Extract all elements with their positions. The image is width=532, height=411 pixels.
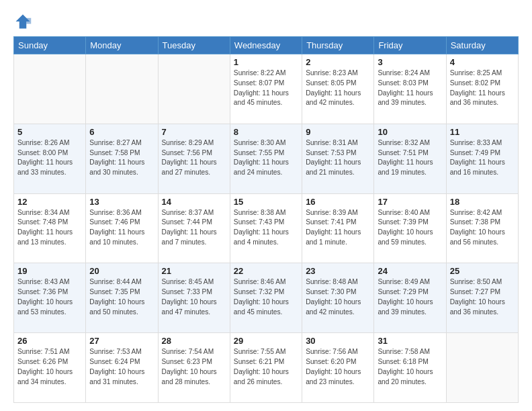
day-info: Sunrise: 8:44 AM Sunset: 7:35 PM Dayligh… bbox=[89, 277, 154, 317]
day-cell: 2Sunrise: 8:23 AM Sunset: 8:05 PM Daylig… bbox=[302, 54, 374, 124]
weekday-saturday: Saturday bbox=[446, 37, 518, 54]
day-number: 10 bbox=[378, 127, 442, 137]
day-number: 14 bbox=[162, 197, 226, 207]
logo-icon bbox=[13, 12, 32, 31]
day-cell: 7Sunrise: 8:29 AM Sunset: 7:56 PM Daylig… bbox=[158, 124, 230, 193]
day-info: Sunrise: 7:51 AM Sunset: 6:26 PM Dayligh… bbox=[17, 347, 82, 387]
day-number: 26 bbox=[17, 336, 82, 346]
day-info: Sunrise: 8:24 AM Sunset: 8:03 PM Dayligh… bbox=[378, 68, 442, 108]
day-cell: 28Sunrise: 7:54 AM Sunset: 6:23 PM Dayli… bbox=[158, 333, 230, 403]
day-cell: 12Sunrise: 8:34 AM Sunset: 7:48 PM Dayli… bbox=[14, 193, 86, 263]
day-number: 6 bbox=[89, 127, 154, 137]
day-cell: 30Sunrise: 7:56 AM Sunset: 6:20 PM Dayli… bbox=[302, 333, 374, 403]
day-cell: 22Sunrise: 8:46 AM Sunset: 7:32 PM Dayli… bbox=[230, 263, 302, 333]
day-info: Sunrise: 8:32 AM Sunset: 7:51 PM Dayligh… bbox=[378, 138, 442, 178]
week-row-4: 26Sunrise: 7:51 AM Sunset: 6:26 PM Dayli… bbox=[14, 333, 519, 403]
day-cell: 4Sunrise: 8:25 AM Sunset: 8:02 PM Daylig… bbox=[446, 54, 518, 124]
logo bbox=[13, 12, 35, 31]
day-info: Sunrise: 8:37 AM Sunset: 7:44 PM Dayligh… bbox=[162, 208, 226, 248]
day-number: 16 bbox=[306, 197, 370, 207]
day-number: 25 bbox=[450, 266, 515, 276]
day-number: 13 bbox=[89, 197, 154, 207]
day-info: Sunrise: 7:55 AM Sunset: 6:21 PM Dayligh… bbox=[234, 347, 298, 387]
day-number: 8 bbox=[234, 127, 298, 137]
day-info: Sunrise: 8:45 AM Sunset: 7:33 PM Dayligh… bbox=[162, 277, 226, 317]
day-info: Sunrise: 8:26 AM Sunset: 8:00 PM Dayligh… bbox=[17, 138, 82, 178]
day-number: 27 bbox=[89, 336, 154, 346]
day-cell: 27Sunrise: 7:53 AM Sunset: 6:24 PM Dayli… bbox=[86, 333, 158, 403]
day-cell: 26Sunrise: 7:51 AM Sunset: 6:26 PM Dayli… bbox=[14, 333, 86, 403]
day-info: Sunrise: 8:43 AM Sunset: 7:36 PM Dayligh… bbox=[17, 277, 82, 317]
weekday-monday: Monday bbox=[86, 37, 158, 54]
day-number: 29 bbox=[234, 336, 298, 346]
day-info: Sunrise: 8:46 AM Sunset: 7:32 PM Dayligh… bbox=[234, 277, 298, 317]
weekday-sunday: Sunday bbox=[14, 37, 86, 54]
day-cell bbox=[158, 54, 230, 124]
day-cell: 23Sunrise: 8:48 AM Sunset: 7:30 PM Dayli… bbox=[302, 263, 374, 333]
day-info: Sunrise: 8:25 AM Sunset: 8:02 PM Dayligh… bbox=[450, 68, 515, 108]
day-cell: 20Sunrise: 8:44 AM Sunset: 7:35 PM Dayli… bbox=[86, 263, 158, 333]
day-cell: 3Sunrise: 8:24 AM Sunset: 8:03 PM Daylig… bbox=[374, 54, 446, 124]
weekday-friday: Friday bbox=[374, 37, 446, 54]
day-info: Sunrise: 8:27 AM Sunset: 7:58 PM Dayligh… bbox=[89, 138, 154, 178]
day-info: Sunrise: 7:53 AM Sunset: 6:24 PM Dayligh… bbox=[89, 347, 154, 387]
day-number: 23 bbox=[306, 266, 370, 276]
day-number: 9 bbox=[306, 127, 370, 137]
page: SundayMondayTuesdayWednesdayThursdayFrid… bbox=[0, 0, 532, 411]
day-number: 5 bbox=[17, 127, 82, 137]
week-row-2: 12Sunrise: 8:34 AM Sunset: 7:48 PM Dayli… bbox=[14, 193, 519, 263]
day-info: Sunrise: 8:30 AM Sunset: 7:55 PM Dayligh… bbox=[234, 138, 298, 178]
day-info: Sunrise: 8:29 AM Sunset: 7:56 PM Dayligh… bbox=[162, 138, 226, 178]
day-cell bbox=[446, 333, 518, 403]
day-cell: 16Sunrise: 8:39 AM Sunset: 7:41 PM Dayli… bbox=[302, 193, 374, 263]
day-cell: 6Sunrise: 8:27 AM Sunset: 7:58 PM Daylig… bbox=[86, 124, 158, 193]
day-cell: 8Sunrise: 8:30 AM Sunset: 7:55 PM Daylig… bbox=[230, 124, 302, 193]
day-info: Sunrise: 7:58 AM Sunset: 6:18 PM Dayligh… bbox=[378, 347, 442, 387]
day-info: Sunrise: 8:33 AM Sunset: 7:49 PM Dayligh… bbox=[450, 138, 515, 178]
day-cell: 5Sunrise: 8:26 AM Sunset: 8:00 PM Daylig… bbox=[14, 124, 86, 193]
week-row-0: 1Sunrise: 8:22 AM Sunset: 8:07 PM Daylig… bbox=[14, 54, 519, 124]
day-info: Sunrise: 8:23 AM Sunset: 8:05 PM Dayligh… bbox=[306, 68, 370, 108]
day-number: 11 bbox=[450, 127, 515, 137]
day-info: Sunrise: 8:50 AM Sunset: 7:27 PM Dayligh… bbox=[450, 277, 515, 317]
day-cell: 21Sunrise: 8:45 AM Sunset: 7:33 PM Dayli… bbox=[158, 263, 230, 333]
day-number: 20 bbox=[89, 266, 154, 276]
day-number: 19 bbox=[17, 266, 82, 276]
day-info: Sunrise: 8:48 AM Sunset: 7:30 PM Dayligh… bbox=[306, 277, 370, 317]
day-info: Sunrise: 8:22 AM Sunset: 8:07 PM Dayligh… bbox=[234, 68, 298, 108]
day-cell: 9Sunrise: 8:31 AM Sunset: 7:53 PM Daylig… bbox=[302, 124, 374, 193]
calendar-table: SundayMondayTuesdayWednesdayThursdayFrid… bbox=[13, 36, 519, 403]
weekday-thursday: Thursday bbox=[302, 37, 374, 54]
day-number: 28 bbox=[162, 336, 226, 346]
day-info: Sunrise: 8:31 AM Sunset: 7:53 PM Dayligh… bbox=[306, 138, 370, 178]
day-number: 24 bbox=[378, 266, 442, 276]
day-cell: 25Sunrise: 8:50 AM Sunset: 7:27 PM Dayli… bbox=[446, 263, 518, 333]
day-number: 1 bbox=[234, 57, 298, 67]
weekday-header-row: SundayMondayTuesdayWednesdayThursdayFrid… bbox=[14, 37, 519, 54]
day-number: 31 bbox=[378, 336, 442, 346]
week-row-3: 19Sunrise: 8:43 AM Sunset: 7:36 PM Dayli… bbox=[14, 263, 519, 333]
header bbox=[13, 12, 519, 31]
day-info: Sunrise: 8:40 AM Sunset: 7:39 PM Dayligh… bbox=[378, 208, 442, 248]
day-cell: 18Sunrise: 8:42 AM Sunset: 7:38 PM Dayli… bbox=[446, 193, 518, 263]
day-cell: 17Sunrise: 8:40 AM Sunset: 7:39 PM Dayli… bbox=[374, 193, 446, 263]
day-cell: 14Sunrise: 8:37 AM Sunset: 7:44 PM Dayli… bbox=[158, 193, 230, 263]
day-cell: 24Sunrise: 8:49 AM Sunset: 7:29 PM Dayli… bbox=[374, 263, 446, 333]
day-number: 30 bbox=[306, 336, 370, 346]
day-cell: 13Sunrise: 8:36 AM Sunset: 7:46 PM Dayli… bbox=[86, 193, 158, 263]
day-number: 22 bbox=[234, 266, 298, 276]
day-info: Sunrise: 8:49 AM Sunset: 7:29 PM Dayligh… bbox=[378, 277, 442, 317]
day-info: Sunrise: 7:56 AM Sunset: 6:20 PM Dayligh… bbox=[306, 347, 370, 387]
day-number: 7 bbox=[162, 127, 226, 137]
day-number: 3 bbox=[378, 57, 442, 67]
day-info: Sunrise: 8:42 AM Sunset: 7:38 PM Dayligh… bbox=[450, 208, 515, 248]
day-number: 17 bbox=[378, 197, 442, 207]
day-cell bbox=[14, 54, 86, 124]
day-number: 21 bbox=[162, 266, 226, 276]
day-number: 2 bbox=[306, 57, 370, 67]
day-number: 15 bbox=[234, 197, 298, 207]
day-info: Sunrise: 8:34 AM Sunset: 7:48 PM Dayligh… bbox=[17, 208, 82, 248]
weekday-wednesday: Wednesday bbox=[230, 37, 302, 54]
day-cell: 15Sunrise: 8:38 AM Sunset: 7:43 PM Dayli… bbox=[230, 193, 302, 263]
day-cell: 1Sunrise: 8:22 AM Sunset: 8:07 PM Daylig… bbox=[230, 54, 302, 124]
